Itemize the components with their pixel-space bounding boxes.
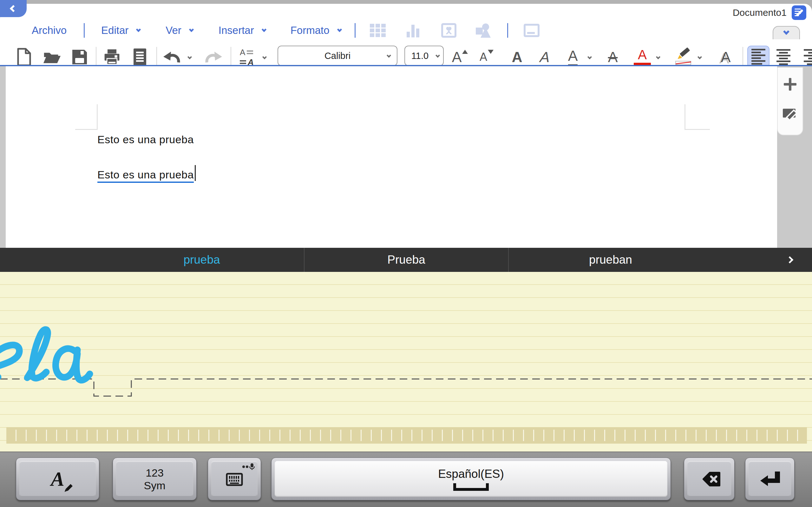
document-area: Esto es una prueba Esto es una prueba <box>0 66 812 248</box>
panel-resize-handle[interactable] <box>6 427 807 444</box>
insert-table-icon[interactable] <box>369 21 387 39</box>
text-style-icon: A A <box>240 48 254 66</box>
highlight-options-button[interactable] <box>694 48 705 66</box>
enter-key[interactable] <box>745 458 795 500</box>
document-page[interactable]: Esto es una prueba Esto es una prueba <box>6 66 777 248</box>
underline-button[interactable]: A <box>564 48 582 66</box>
align-left-icon <box>751 49 765 65</box>
collapse-toolbar-button[interactable] <box>773 26 800 39</box>
text-style-button[interactable]: A A <box>238 48 256 66</box>
back-button[interactable] <box>0 0 27 17</box>
keyboard-bar: A 123 Sym <box>0 452 812 507</box>
menu-archivo-label: Archivo <box>32 24 67 37</box>
insert-footer-icon[interactable] <box>523 21 541 39</box>
chevron-down-icon <box>783 29 790 35</box>
undo-button[interactable] <box>163 48 181 66</box>
open-folder-icon <box>43 49 61 65</box>
backspace-key[interactable] <box>684 458 734 500</box>
more-suggestions-button[interactable] <box>712 248 812 272</box>
new-document-icon <box>15 48 32 66</box>
voice-input-indicator-icon <box>241 463 255 470</box>
insert-chart-icon[interactable] <box>404 21 422 39</box>
plus-icon <box>784 78 797 91</box>
triangle-up-icon <box>462 50 468 54</box>
font-color-button[interactable]: A <box>633 48 651 66</box>
font-size-select[interactable]: 11.0 <box>404 46 444 66</box>
bold-icon: A <box>512 50 522 64</box>
backspace-icon <box>697 471 721 487</box>
composition-text: Esto es una prueba <box>97 169 194 183</box>
text-cursor <box>195 165 196 181</box>
insert-shape-icon[interactable] <box>474 21 492 39</box>
margin-mark-right <box>684 104 686 130</box>
document-title: Documento1 <box>733 7 786 18</box>
text-style-options-button[interactable] <box>259 48 270 66</box>
symbols-key[interactable]: 123 Sym <box>113 458 197 500</box>
print-button[interactable] <box>103 48 121 66</box>
text-mode-key[interactable]: A <box>16 458 99 500</box>
text-shadow-button[interactable]: A <box>717 48 734 66</box>
save-button[interactable] <box>71 48 89 66</box>
menu-ver-label: Ver <box>165 24 182 37</box>
align-right-icon <box>804 49 812 65</box>
insert-image-icon[interactable] <box>440 21 458 39</box>
open-file-button[interactable] <box>43 48 61 66</box>
spacebar[interactable]: Español(ES) <box>271 458 671 500</box>
chevron-left-icon <box>10 5 17 12</box>
italic-button[interactable]: A <box>536 48 554 66</box>
symbols-key-label-2: Sym <box>144 479 165 492</box>
toolbar-separator <box>743 47 743 66</box>
suggestion-3[interactable]: prueban <box>508 248 712 272</box>
document-title-box: Documento1 <box>733 4 806 21</box>
font-decrease-icon: A <box>479 51 487 63</box>
document-edit-button[interactable] <box>792 5 806 20</box>
margin-mark-left-h <box>75 129 98 130</box>
menu-editar[interactable]: Editar <box>101 24 140 37</box>
align-left-button[interactable] <box>747 46 769 68</box>
menu-separator <box>507 23 508 38</box>
menu-formato-label: Formato <box>291 24 329 37</box>
strikethrough-button[interactable]: A <box>604 48 622 66</box>
triangle-down-icon <box>488 50 494 54</box>
align-right-button[interactable] <box>800 48 812 66</box>
text-shadow-icon: A <box>721 50 731 64</box>
font-color-options-button[interactable] <box>653 48 664 66</box>
save-icon <box>71 49 88 66</box>
handwriting-panel[interactable] <box>0 272 812 452</box>
bold-button[interactable]: A <box>508 48 526 66</box>
suggestion-1[interactable]: prueba <box>100 248 304 272</box>
keyboard-layout-key[interactable] <box>208 458 261 500</box>
memo-edit-button[interactable] <box>778 104 803 126</box>
highlight-button[interactable] <box>675 48 693 66</box>
suggestion-2[interactable]: Prueba <box>304 248 508 272</box>
menu-archivo[interactable]: Archivo <box>32 24 67 37</box>
font-color-icon: A <box>634 48 651 66</box>
space-symbol-icon <box>453 483 489 491</box>
redo-button[interactable] <box>205 48 223 66</box>
increase-font-button[interactable]: A <box>451 48 469 66</box>
menu-separator <box>84 23 85 38</box>
print-icon <box>103 48 121 66</box>
preview-button[interactable] <box>131 48 149 66</box>
font-size-value: 11.0 <box>411 51 428 61</box>
add-button[interactable] <box>778 73 803 95</box>
undo-options-button[interactable] <box>184 48 195 66</box>
menu-insertar[interactable]: Insertar <box>218 24 266 37</box>
keyboard-icon <box>224 470 244 488</box>
handwriting-canvas[interactable] <box>0 272 812 452</box>
new-document-button[interactable] <box>15 48 33 66</box>
app-screen: Archivo Editar Ver Insertar Formato <box>0 0 812 507</box>
quick-tools-panel <box>777 67 803 135</box>
text-mode-icon: A <box>51 467 64 491</box>
decrease-font-button[interactable]: A <box>478 48 496 66</box>
menu-ver[interactable]: Ver <box>165 24 193 37</box>
chevron-down-icon <box>262 55 267 59</box>
font-family-select[interactable]: Calibri <box>277 46 397 66</box>
menu-formato[interactable]: Formato <box>291 24 341 37</box>
align-center-button[interactable] <box>773 48 794 66</box>
document-text-line-2: Esto es una prueba <box>97 165 196 181</box>
chevron-down-icon <box>698 55 702 59</box>
writing-baseline <box>0 379 812 396</box>
underline-options-button[interactable] <box>584 48 595 66</box>
strikethrough-icon: A <box>608 50 618 64</box>
